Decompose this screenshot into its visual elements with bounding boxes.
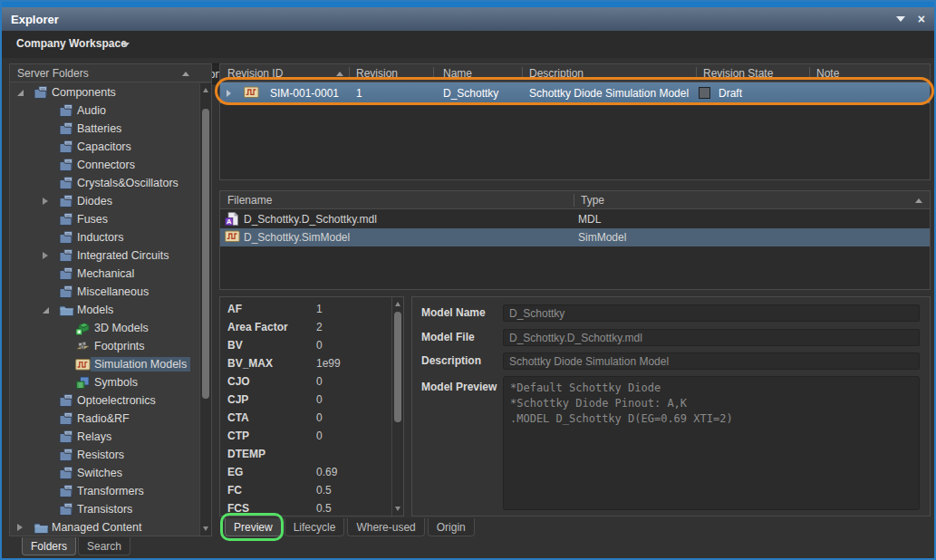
workspace-selector[interactable]: Company Workspace	[16, 37, 127, 50]
expanded-arrow-icon[interactable]	[17, 90, 24, 96]
sidebar-item-transformers[interactable]: Transformers	[10, 482, 199, 500]
model-preview-text[interactable]: *Default Schottky Diode *Schottky Diode …	[503, 376, 920, 510]
parameters-scrollbar[interactable]	[391, 297, 403, 516]
sidebar-item-crystals-oscillators[interactable]: Crystals&Oscillators	[10, 174, 199, 192]
parameter-row[interactable]: CTP0	[220, 427, 391, 445]
server-folders-header[interactable]: Server Folders	[10, 64, 211, 82]
parameter-row[interactable]: EG0.69	[220, 463, 391, 481]
sidebar-item-switches[interactable]: Switches	[10, 464, 199, 482]
panel-menu-icon[interactable]	[896, 16, 905, 22]
sidebar-item-optoelectronics[interactable]: Optoelectronics	[10, 391, 199, 410]
sidebar-tab-folders[interactable]: Folders	[22, 537, 76, 555]
parameter-row[interactable]: DTEMP	[220, 445, 391, 463]
expanded-arrow-icon[interactable]	[43, 307, 49, 314]
sidebar-item-fuses[interactable]: Fuses	[10, 210, 199, 228]
file-row[interactable]: D_Schottky.SimModelSimModel	[220, 228, 930, 246]
parameter-row[interactable]: CJO0	[220, 372, 391, 391]
column-separator[interactable]	[349, 67, 350, 80]
column-separator[interactable]	[696, 67, 697, 80]
sidebar-item-simulation-models[interactable]: Simulation Models	[10, 355, 199, 373]
sidebar-item-managed-content[interactable]: Managed Content	[10, 518, 199, 536]
parameter-row[interactable]: FCS0.5	[220, 499, 391, 517]
scrollbar-thumb[interactable]	[394, 312, 401, 422]
filename-cell[interactable]: D_Schottky.D_Schottky.mdl	[244, 213, 377, 226]
description-cell[interactable]: Schottky Diode Simulation Model	[529, 87, 689, 100]
revisions-header[interactable]: Revision IDRevisionNameDescriptionRevisi…	[220, 64, 930, 82]
collapsed-arrow-icon[interactable]	[17, 524, 23, 531]
parameter-value: 0.5	[316, 484, 332, 497]
sort-ascending-icon[interactable]	[915, 198, 922, 203]
sidebar-item-mechanical[interactable]: Mechanical	[10, 265, 199, 283]
field-value-model-name[interactable]: D_Schottky	[503, 304, 920, 322]
tab-preview[interactable]: Preview	[225, 518, 282, 536]
tab-lifecycle[interactable]: Lifecycle	[285, 518, 345, 536]
collapsed-arrow-icon[interactable]	[43, 198, 48, 205]
filename-column-header[interactable]: Filename	[227, 194, 272, 207]
collapse-header-icon[interactable]	[182, 72, 189, 76]
parameter-row[interactable]: BV0	[220, 336, 391, 354]
sidebar-item-resistors[interactable]: Resistors	[10, 446, 199, 464]
filename-cell[interactable]: D_Schottky.SimModel	[244, 231, 350, 244]
sidebar-item-diodes[interactable]: Diodes	[10, 192, 199, 210]
sidebar-item-footprints[interactable]: Footprints	[10, 337, 199, 355]
revision-row[interactable]: SIM-001-00011D_SchottkySchottky Diode Si…	[220, 82, 930, 103]
revisions-table: Revision IDRevisionNameDescriptionRevisi…	[219, 63, 931, 180]
field-value-description[interactable]: Schottky Diode Simulation Model	[503, 352, 920, 370]
parameter-row[interactable]: CJP0	[220, 391, 391, 409]
type-cell[interactable]: SimModel	[578, 231, 626, 244]
sidebar-item-batteries[interactable]: Batteries	[10, 120, 199, 138]
column-header-revision-state[interactable]: Revision State	[703, 67, 773, 80]
column-header-revision[interactable]: Revision	[356, 67, 398, 80]
files-header[interactable]: Filename Type	[220, 191, 930, 209]
collapsed-arrow-icon[interactable]	[43, 252, 48, 259]
sidebar-item-radio-rf[interactable]: Radio&RF	[10, 410, 199, 428]
sidebar-item-miscellaneous[interactable]: Miscellaneous	[10, 283, 199, 301]
revision-cell[interactable]: 1	[356, 87, 362, 100]
column-header-revision-id[interactable]: Revision ID	[227, 67, 283, 80]
column-header-name[interactable]: Name	[443, 67, 472, 80]
sidebar-item-relays[interactable]: Relays	[10, 428, 199, 446]
sidebar-item-integrated-circuits[interactable]: Integrated Circuits	[10, 246, 199, 265]
tab-origin[interactable]: Origin	[428, 518, 475, 536]
file-row[interactable]: AD_Schottky.D_Schottky.mdlMDL	[220, 210, 930, 228]
column-separator[interactable]	[522, 67, 523, 80]
type-cell[interactable]: MDL	[578, 213, 601, 226]
column-header-note[interactable]: Note	[816, 67, 839, 80]
sidebar-scrollbar[interactable]	[199, 83, 211, 536]
sidebar-item-connectors[interactable]: Connectors	[10, 156, 199, 174]
sidebar-tab-search[interactable]: Search	[78, 537, 130, 555]
sidebar-item-audio[interactable]: Audio	[10, 101, 199, 120]
workspace-caret-icon[interactable]	[122, 43, 130, 47]
sidebar-item-models[interactable]: Models	[10, 301, 199, 319]
tab-where-used[interactable]: Where-used	[347, 518, 424, 536]
sidebar-item-3d-models[interactable]: 3D Models	[10, 319, 199, 337]
parameter-row[interactable]: CTA0	[220, 409, 391, 427]
scrollbar-thumb[interactable]	[202, 109, 209, 399]
sidebar-item-symbols[interactable]: Symbols	[10, 373, 199, 391]
scroll-down-icon[interactable]	[203, 526, 208, 531]
server-folders-title: Server Folders	[17, 67, 89, 80]
revision-state-cell[interactable]: Draft	[719, 87, 742, 100]
sidebar-item-components[interactable]: Components	[10, 83, 199, 101]
parameter-row[interactable]: BV_MAX1e99	[220, 354, 391, 372]
library-folder-icon	[59, 231, 74, 245]
close-icon[interactable]: ×	[918, 13, 925, 25]
column-header-description[interactable]: Description	[529, 67, 584, 80]
parameter-row[interactable]: AF1	[220, 300, 391, 318]
name-cell[interactable]: D_Schottky	[443, 87, 498, 100]
row-expand-icon[interactable]	[227, 90, 231, 97]
column-separator[interactable]	[433, 67, 434, 80]
sidebar-item-transistors[interactable]: Transistors	[10, 500, 199, 518]
sidebar-item-capacitors[interactable]: Capacitors	[10, 138, 199, 156]
field-value-model-file[interactable]: D_Schottky.D_Schottky.mdl	[503, 329, 920, 346]
scroll-up-icon[interactable]	[395, 302, 400, 306]
scroll-down-icon[interactable]	[395, 507, 400, 511]
parameter-row[interactable]: FC0.5	[220, 481, 391, 499]
scroll-up-icon[interactable]	[203, 88, 208, 92]
column-separator[interactable]	[809, 67, 810, 80]
sidebar-item-inductors[interactable]: Inductors	[10, 228, 199, 246]
parameter-row[interactable]: Area Factor2	[220, 318, 391, 336]
type-column-header[interactable]: Type	[581, 194, 604, 207]
revision-id-cell[interactable]: SIM-001-0001	[270, 87, 339, 100]
library-folder-icon	[59, 249, 74, 263]
